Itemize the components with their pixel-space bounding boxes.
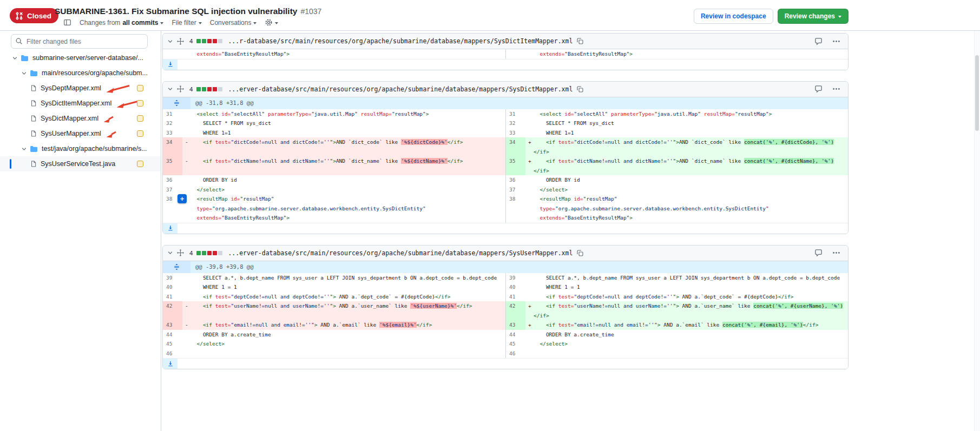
vertical-scrollbar[interactable] bbox=[974, 31, 980, 431]
chevron-down-icon[interactable] bbox=[167, 250, 173, 256]
diff-right-cell: 45 </select> bbox=[505, 339, 848, 349]
expand-hunk-button[interactable] bbox=[163, 97, 190, 109]
sidebar-item-sysdictmapper-xml[interactable]: SysDictMapper.xml bbox=[0, 111, 161, 126]
line-number[interactable]: 31 bbox=[506, 109, 525, 119]
gear-icon bbox=[265, 18, 273, 26]
expand-down-button[interactable] bbox=[163, 359, 177, 369]
line-number[interactable]: 38 bbox=[506, 194, 525, 223]
line-number[interactable]: 46 bbox=[163, 349, 182, 359]
line-number[interactable]: 33 bbox=[506, 128, 525, 138]
line-number[interactable] bbox=[163, 49, 182, 59]
diff-right-cell: 34+ <if test="dictCode!=null and dictCod… bbox=[505, 137, 848, 156]
sidebar-item-sysuserservicetest-java[interactable]: SysUserServiceTest.java bbox=[0, 156, 161, 171]
sidebar-item-test-java-org-apache-submarine-s[interactable]: test/java/org/apache/submarine/s... bbox=[0, 141, 161, 156]
line-number[interactable]: 39 bbox=[163, 273, 182, 283]
diff-marker bbox=[182, 213, 190, 223]
line-number[interactable]: 44 bbox=[506, 330, 525, 340]
sidebar-toggle-icon[interactable] bbox=[63, 18, 71, 26]
kebab-menu-icon[interactable] bbox=[832, 85, 840, 93]
comment-icon[interactable] bbox=[814, 249, 823, 257]
diff-left-cell: 44 ORDER BY a.create_time bbox=[163, 330, 505, 340]
diff-marker: - bbox=[182, 301, 190, 311]
line-number[interactable]: 35 bbox=[163, 156, 182, 175]
copy-path-icon[interactable] bbox=[576, 249, 584, 257]
line-number[interactable]: 40 bbox=[163, 282, 182, 292]
line-number[interactable]: 32 bbox=[506, 118, 525, 128]
line-number[interactable]: 40 bbox=[506, 282, 525, 292]
code-line: ORDER BY id bbox=[534, 175, 580, 185]
add-comment-button[interactable]: + bbox=[177, 194, 187, 203]
filter-changed-files-input[interactable] bbox=[11, 34, 148, 49]
line-number[interactable]: 37 bbox=[506, 185, 525, 195]
chevron-down-icon[interactable] bbox=[167, 86, 173, 92]
line-number[interactable]: 41 bbox=[163, 292, 182, 302]
sidebar-item-sysdeptmapper-xml[interactable]: SysDeptMapper.xml bbox=[0, 81, 161, 96]
line-number[interactable]: 41 bbox=[506, 292, 525, 302]
line-number[interactable] bbox=[506, 49, 525, 59]
line-number[interactable]: 36 bbox=[163, 175, 182, 185]
code-line: type="org.apache.submarine.server.databa… bbox=[190, 204, 426, 214]
line-number[interactable]: 31 bbox=[163, 109, 182, 119]
sidebar-item-main-resources-org-apache-subm[interactable]: main/resources/org/apache/subm... bbox=[0, 65, 161, 81]
code-line: <resultMap id="resultMap" bbox=[190, 194, 274, 204]
chevron-down-icon[interactable] bbox=[12, 55, 18, 61]
review-changes-button[interactable]: Review changes bbox=[778, 9, 849, 24]
status-badge: Closed bbox=[10, 8, 58, 23]
chevron-down-icon[interactable] bbox=[167, 38, 173, 44]
diff-row: 31 <select id="selectAll" parameterType=… bbox=[163, 109, 848, 119]
diff-right-cell: 43+ <if test="email!=null and email!=''"… bbox=[505, 320, 848, 330]
kebab-menu-icon[interactable] bbox=[832, 249, 840, 257]
expand-down-button[interactable] bbox=[163, 59, 177, 70]
line-number[interactable]: 45 bbox=[163, 339, 182, 349]
changes-from-dropdown[interactable]: Changes from all commits bbox=[80, 19, 163, 26]
red-arrow-annotation bbox=[105, 130, 117, 138]
diff-file-header: 4...erver-database/src/main/resources/or… bbox=[163, 246, 848, 261]
line-number[interactable]: 45 bbox=[506, 339, 525, 349]
drag-handle-icon[interactable] bbox=[177, 38, 184, 45]
line-number[interactable]: 35 bbox=[506, 156, 525, 175]
file-filter-dropdown[interactable]: File filter bbox=[172, 19, 201, 26]
sidebar-item-submarine-server-server-database[interactable]: submarine-server/server-database/... bbox=[0, 50, 161, 65]
review-changes-label: Review changes bbox=[785, 12, 835, 20]
line-number[interactable]: 32 bbox=[163, 118, 182, 128]
chevron-down-icon[interactable] bbox=[21, 146, 27, 152]
diff-marker bbox=[525, 273, 534, 283]
copy-path-icon[interactable] bbox=[576, 37, 584, 45]
line-number[interactable]: 42 bbox=[506, 301, 525, 320]
modified-indicator bbox=[137, 161, 143, 167]
file-path[interactable]: ...erver-database/src/main/resources/org… bbox=[228, 85, 573, 93]
line-number[interactable]: 37 bbox=[163, 185, 182, 195]
diff-right-cell: extends="BaseEntityResultMap"> bbox=[505, 49, 848, 59]
code-line: </if> bbox=[534, 311, 549, 321]
conversations-dropdown[interactable]: Conversations bbox=[210, 19, 257, 26]
file-path[interactable]: ...erver-database/src/main/resources/org… bbox=[228, 249, 573, 257]
expand-hunk-button[interactable] bbox=[163, 261, 190, 273]
scrollbar-thumb[interactable] bbox=[975, 55, 979, 131]
line-number[interactable]: 43 bbox=[506, 320, 525, 330]
kebab-menu-icon[interactable] bbox=[832, 37, 840, 45]
line-number[interactable]: 34 bbox=[506, 137, 525, 156]
drag-handle-icon[interactable] bbox=[177, 85, 184, 92]
comment-icon[interactable] bbox=[814, 37, 823, 45]
drag-handle-icon[interactable] bbox=[177, 249, 184, 256]
line-number[interactable]: 46 bbox=[506, 349, 525, 359]
line-number[interactable]: 44 bbox=[163, 330, 182, 340]
file-path[interactable]: ...r-database/src/main/resources/org/apa… bbox=[228, 37, 573, 45]
line-number[interactable]: 34 bbox=[163, 137, 182, 156]
line-number[interactable]: 33 bbox=[163, 128, 182, 138]
code-line: <select id="selectAll" parameterType="ja… bbox=[534, 109, 772, 119]
review-in-codespace-button[interactable]: Review in codespace bbox=[694, 9, 773, 24]
line-number[interactable]: 42 bbox=[163, 301, 182, 320]
diff-marker bbox=[182, 49, 190, 59]
copy-path-icon[interactable] bbox=[576, 85, 584, 93]
comment-icon[interactable] bbox=[814, 85, 823, 93]
expand-down-button[interactable] bbox=[163, 223, 177, 234]
sidebar-item-sysdictitemmapper-xml[interactable]: SysDictItemMapper.xml bbox=[0, 96, 161, 111]
line-number[interactable]: 43 bbox=[163, 320, 182, 330]
diff-settings-dropdown[interactable] bbox=[265, 18, 278, 26]
sidebar-item-sysusermapper-xml[interactable]: SysUserMapper.xml bbox=[0, 126, 161, 141]
diffstat-square bbox=[207, 39, 212, 43]
line-number[interactable]: 36 bbox=[506, 175, 525, 185]
line-number[interactable]: 39 bbox=[506, 273, 525, 283]
chevron-down-icon[interactable] bbox=[21, 70, 27, 76]
